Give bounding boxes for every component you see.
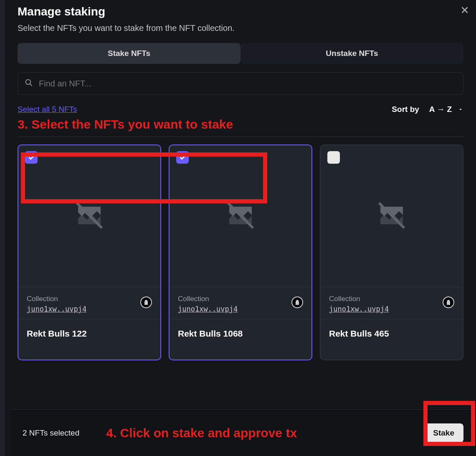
- annotation-step4: 4. Click on stake and approve tx: [106, 426, 424, 440]
- collection-badge-icon: [291, 296, 303, 308]
- collection-label: Collection: [27, 295, 140, 303]
- nft-card[interactable]: Collection juno1xw..uvpj4 Rekt Bulls 465: [320, 144, 463, 360]
- sort-label: Sort by: [392, 105, 419, 114]
- search-input-wrapper[interactable]: [18, 72, 463, 95]
- sort-group: Sort by A → Z: [392, 105, 463, 114]
- nft-checkbox[interactable]: [176, 151, 189, 164]
- chevron-down-icon: [458, 106, 463, 112]
- nft-meta: Collection juno1xw..uvpj4: [321, 287, 463, 319]
- collection-address[interactable]: juno1xw..uvpj4: [178, 305, 238, 313]
- sort-value-text: A → Z: [429, 105, 452, 114]
- divider: [18, 137, 463, 137]
- nft-grid: Collection juno1xw..uvpj4 Rekt Bulls 122…: [18, 144, 463, 360]
- broken-image-icon: [377, 200, 407, 232]
- footer-bar: 2 NFTs selected 4. Click on stake and ap…: [10, 409, 476, 456]
- nft-checkbox[interactable]: [25, 151, 38, 164]
- manage-staking-modal: Manage staking Select the NFTs you want …: [0, 0, 476, 456]
- nft-checkbox[interactable]: [327, 151, 340, 164]
- sort-dropdown[interactable]: A → Z: [429, 105, 463, 114]
- list-controls: Select all 5 NFTs Sort by A → Z: [18, 105, 463, 114]
- annotation-step3: 3. Select the NFTs you want to stake: [18, 117, 463, 132]
- selected-count: 2 NFTs selected: [23, 428, 79, 438]
- collection-label: Collection: [178, 295, 291, 303]
- search-input[interactable]: [39, 79, 456, 89]
- collection-label: Collection: [329, 295, 443, 303]
- modal-subtitle: Select the NFTs you want to stake from t…: [18, 23, 463, 33]
- nft-name: Rekt Bulls 122: [18, 319, 160, 360]
- nft-name: Rekt Bulls 465: [321, 319, 463, 360]
- broken-image-icon: [225, 200, 256, 232]
- search-icon: [25, 79, 33, 89]
- tab-stake[interactable]: Stake NFTs: [18, 43, 241, 64]
- nft-name: Rekt Bulls 1068: [170, 319, 311, 360]
- nft-card[interactable]: Collection juno1xw..uvpj4 Rekt Bulls 106…: [169, 144, 312, 360]
- svg-point-0: [26, 80, 31, 85]
- broken-image-icon: [74, 200, 104, 232]
- select-all-link[interactable]: Select all 5 NFTs: [18, 105, 77, 114]
- nft-card[interactable]: Collection juno1xw..uvpj4 Rekt Bulls 122: [18, 144, 161, 360]
- modal-title: Manage staking: [18, 5, 463, 18]
- collection-badge-icon: [140, 296, 152, 308]
- collection-badge-icon: [443, 296, 454, 308]
- nft-image-area: [18, 145, 160, 287]
- nft-meta: Collection juno1xw..uvpj4: [18, 287, 160, 319]
- tabs: Stake NFTs Unstake NFTs: [18, 43, 463, 64]
- tab-unstake[interactable]: Unstake NFTs: [241, 43, 463, 64]
- collection-address[interactable]: juno1xw..uvpj4: [329, 305, 389, 313]
- close-icon[interactable]: [459, 3, 470, 19]
- nft-image-area: [321, 145, 463, 287]
- collection-address[interactable]: juno1xw..uvpj4: [27, 305, 86, 313]
- nft-meta: Collection juno1xw..uvpj4: [170, 287, 311, 319]
- stake-button[interactable]: Stake: [424, 423, 463, 443]
- nft-image-area: [170, 145, 311, 287]
